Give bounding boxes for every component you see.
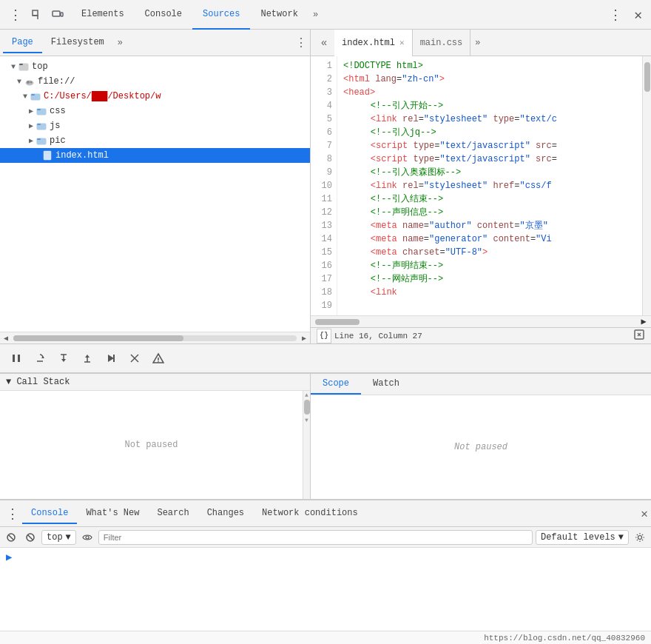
block-console-btn[interactable] bbox=[22, 529, 38, 546]
tree-label-js: js bbox=[50, 121, 60, 131]
tree-item-desktop[interactable]: ▼ C:/Users/▓▓▓/Desktop/w bbox=[0, 89, 310, 104]
code-horizontal-scrollbar: ▶ bbox=[311, 315, 651, 327]
device-toolbar-icon[interactable] bbox=[47, 4, 68, 25]
file-tree-panel: Page Filesystem » ⋮ ▼ top bbox=[0, 30, 311, 343]
code-line-18: <!--网站声明--> bbox=[343, 272, 636, 286]
scroll-left-btn[interactable]: ◀ bbox=[0, 332, 12, 344]
tree-item-indexhtml[interactable]: index.html bbox=[0, 148, 310, 163]
scope-tabs: Scope Watch bbox=[311, 374, 651, 395]
status-expand-icon[interactable] bbox=[633, 329, 645, 341]
code-tab-label-maincss: main.css bbox=[420, 38, 463, 48]
svg-rect-2 bbox=[61, 13, 63, 16]
format-code-btn[interactable]: {} bbox=[317, 329, 331, 343]
tree-item-file[interactable]: ▼ file:// bbox=[0, 74, 310, 89]
select-element-icon[interactable] bbox=[27, 4, 47, 25]
step-out-btn[interactable] bbox=[77, 348, 98, 369]
code-editor[interactable]: <!DOCTYPE html> <html lang="zh-cn"> <hea… bbox=[337, 56, 642, 315]
code-tab-label-index: index.html bbox=[342, 38, 395, 48]
level-selector[interactable]: Default levels ▼ bbox=[536, 530, 629, 545]
tree-item-pic[interactable]: ▶ pic bbox=[0, 133, 310, 148]
console-tab-whatsnew[interactable]: What's New bbox=[77, 503, 148, 524]
tree-item-top[interactable]: ▼ top bbox=[0, 59, 310, 74]
code-scrollbar-thumb[interactable] bbox=[644, 62, 650, 92]
pause-btn[interactable] bbox=[6, 348, 27, 369]
scope-tab-scope[interactable]: Scope bbox=[311, 374, 361, 395]
file-tree-menu-icon[interactable]: ⋮ bbox=[295, 36, 307, 50]
console-settings-btn[interactable] bbox=[632, 529, 648, 546]
code-tab-close-index[interactable]: ✕ bbox=[399, 38, 405, 47]
clear-console-btn[interactable] bbox=[3, 529, 19, 546]
navigator-toggle-icon[interactable]: « bbox=[314, 33, 334, 53]
step-over-btn[interactable] bbox=[30, 348, 50, 369]
tree-toggle-desktop[interactable]: ▼ bbox=[21, 93, 30, 101]
callstack-scrollbar[interactable]: ▲ ▼ bbox=[303, 391, 310, 499]
status-bar: {} Line 16, Column 27 bbox=[311, 327, 651, 343]
console-tab-changes[interactable]: Changes bbox=[198, 503, 253, 524]
cs-scroll-thumb[interactable] bbox=[304, 400, 310, 415]
console-tab-search[interactable]: Search bbox=[148, 503, 198, 524]
tree-label-pic: pic bbox=[50, 135, 66, 146]
callstack-panel: ▼ Call Stack Not paused ▲ ▼ bbox=[0, 374, 311, 499]
close-console-icon[interactable]: ✕ bbox=[641, 506, 648, 521]
callstack-header[interactable]: ▼ Call Stack bbox=[0, 374, 310, 391]
pause-on-exception-btn[interactable] bbox=[148, 348, 169, 369]
file-tree-tab-more[interactable]: » bbox=[113, 38, 127, 48]
console-filter-input[interactable] bbox=[98, 530, 533, 545]
scroll-thumb[interactable] bbox=[13, 335, 183, 341]
file-tree-tab-filesystem[interactable]: Filesystem bbox=[42, 33, 113, 53]
top-more-dots[interactable]: ⋮ bbox=[604, 7, 627, 23]
tab-network[interactable]: Network bbox=[250, 0, 308, 30]
code-vertical-scrollbar[interactable] bbox=[642, 56, 651, 315]
scroll-right-btn[interactable]: ▶ bbox=[298, 332, 310, 344]
tab-sources[interactable]: Sources bbox=[192, 0, 250, 30]
svg-rect-16 bbox=[44, 151, 51, 160]
eye-icon-btn[interactable] bbox=[79, 529, 95, 546]
scope-content: Not paused bbox=[311, 395, 651, 499]
code-tab-more[interactable]: » bbox=[470, 38, 485, 48]
context-selector[interactable]: top ▼ bbox=[41, 530, 76, 545]
scroll-right-code-btn[interactable]: ▶ bbox=[638, 316, 650, 328]
scroll-thumb-area[interactable] bbox=[13, 335, 297, 341]
tree-label-file: file:// bbox=[38, 76, 75, 87]
code-tab-indexhtml[interactable]: index.html ✕ bbox=[334, 30, 413, 56]
cs-scroll-top-btn[interactable]: ▲ bbox=[303, 391, 311, 398]
tree-toggle-top[interactable]: ▼ bbox=[9, 63, 18, 71]
svg-point-33 bbox=[86, 536, 89, 539]
scope-tab-watch[interactable]: Watch bbox=[361, 374, 411, 395]
tree-item-js[interactable]: ▶ js bbox=[0, 118, 310, 133]
context-value: top bbox=[47, 532, 63, 543]
console-menu-dots[interactable]: ⋮ bbox=[3, 506, 22, 522]
tree-label-top: top bbox=[32, 61, 48, 72]
deactivate-breakpoints-btn[interactable] bbox=[124, 348, 145, 369]
file-tree-tab-page[interactable]: Page bbox=[3, 33, 42, 53]
file-html-icon bbox=[41, 150, 53, 161]
code-tab-maincss[interactable]: main.css bbox=[413, 30, 471, 56]
tree-item-css[interactable]: ▶ css bbox=[0, 104, 310, 118]
svg-rect-19 bbox=[18, 355, 20, 362]
devtools-menu-dots[interactable]: ⋮ bbox=[4, 7, 27, 23]
console-tab-console[interactable]: Console bbox=[22, 503, 77, 524]
line-numbers: 12345 678910 1112131415 16171819 bbox=[311, 56, 337, 315]
step-into-btn[interactable] bbox=[53, 348, 74, 369]
code-hscroll-thumb[interactable] bbox=[315, 319, 360, 325]
svg-rect-4 bbox=[19, 64, 23, 65]
tab-more-icon[interactable]: » bbox=[308, 0, 323, 30]
code-line-6: <link rel="stylesheet" type="text/c bbox=[343, 113, 636, 126]
tree-toggle-js[interactable]: ▶ bbox=[27, 121, 36, 130]
tab-elements[interactable]: Elements bbox=[71, 0, 135, 30]
folder-css-icon bbox=[36, 105, 47, 117]
devtools-body: Page Filesystem » ⋮ ▼ top bbox=[0, 30, 651, 644]
sources-top: Page Filesystem » ⋮ ▼ top bbox=[0, 30, 651, 343]
console-tabs-bar: ⋮ Console What's New Search Changes Netw… bbox=[0, 500, 651, 527]
continue-btn[interactable] bbox=[101, 348, 121, 369]
tree-toggle-css[interactable]: ▶ bbox=[27, 107, 36, 115]
tab-console[interactable]: Console bbox=[135, 0, 192, 30]
close-devtools-icon[interactable]: ✕ bbox=[630, 7, 647, 23]
svg-rect-9 bbox=[31, 94, 35, 95]
cs-scroll-bottom-btn[interactable]: ▼ bbox=[303, 416, 311, 423]
tree-toggle-file[interactable]: ▼ bbox=[15, 78, 24, 86]
code-line-1: <!DOCTYPE html> bbox=[343, 59, 636, 73]
tree-toggle-pic[interactable]: ▶ bbox=[27, 136, 36, 145]
console-tab-network-conditions[interactable]: Network conditions bbox=[253, 503, 367, 524]
svg-marker-22 bbox=[85, 355, 90, 358]
